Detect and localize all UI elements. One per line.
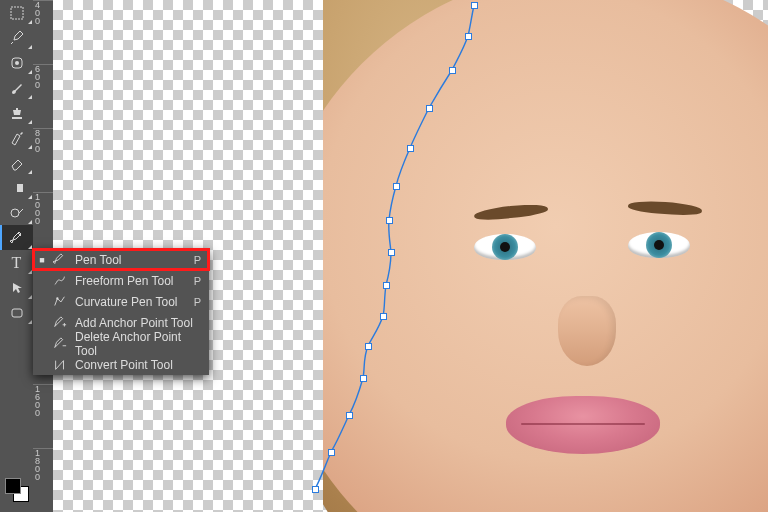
path-anchor-point[interactable] [312, 486, 319, 493]
svg-point-5 [11, 209, 19, 217]
flyout-item-label: Freeform Pen Tool [75, 274, 187, 288]
flyout-item-shortcut: P [194, 254, 201, 266]
path-anchor-point[interactable] [380, 313, 387, 320]
ruler-mark: 800 [33, 128, 53, 154]
svg-rect-0 [11, 7, 23, 19]
color-swatches[interactable] [5, 474, 29, 512]
path-anchor-point[interactable] [407, 145, 414, 152]
brush-tool[interactable] [0, 75, 33, 100]
image-subject [323, 0, 768, 512]
ruler-mark: 1800 [33, 448, 53, 474]
flyout-item-freeform[interactable]: Freeform Pen ToolP [33, 270, 209, 291]
svg-point-7 [56, 297, 58, 299]
pen-icon [52, 253, 68, 267]
path-anchor-point[interactable] [388, 249, 395, 256]
pen-tool-flyout: ■Pen ToolPFreeform Pen ToolPCurvature Pe… [33, 249, 209, 375]
path-anchor-point[interactable] [465, 33, 472, 40]
pen-minus-icon [52, 337, 68, 351]
path-anchor-point[interactable] [383, 282, 390, 289]
ruler-mark: 1600 [33, 384, 53, 410]
gradient-tool[interactable] [0, 175, 33, 200]
svg-point-2 [15, 61, 19, 65]
path-anchor-point[interactable] [471, 2, 478, 9]
flyout-item-shortcut: P [194, 296, 201, 308]
dodge-tool[interactable] [0, 200, 33, 225]
rectangle-shape-tool[interactable] [0, 300, 33, 325]
path-anchor-point[interactable] [393, 183, 400, 190]
path-selection-tool[interactable] [0, 275, 33, 300]
tools-panel: T [0, 0, 33, 512]
path-anchor-point[interactable] [346, 412, 353, 419]
flyout-item-convert[interactable]: Convert Point Tool [33, 354, 209, 375]
ruler-mark: 1000 [33, 192, 53, 218]
flyout-item-curvature[interactable]: Curvature Pen ToolP [33, 291, 209, 312]
flyout-item-label: Pen Tool [75, 253, 187, 267]
ruler-mark: 400 [33, 0, 53, 26]
path-anchor-point[interactable] [449, 67, 456, 74]
svg-rect-6 [12, 309, 22, 317]
type-tool[interactable]: T [0, 250, 33, 275]
path-anchor-point[interactable] [360, 375, 367, 382]
eyedropper-tool[interactable] [0, 25, 33, 50]
path-anchor-point[interactable] [386, 217, 393, 224]
clone-stamp-tool[interactable] [0, 100, 33, 125]
foreground-color-swatch[interactable] [5, 478, 21, 494]
curvature-icon [52, 295, 68, 309]
path-anchor-point[interactable] [328, 449, 335, 456]
path-anchor-point[interactable] [426, 105, 433, 112]
svg-rect-4 [11, 184, 17, 192]
flyout-item-label: Convert Point Tool [75, 358, 194, 372]
rectangular-marquee-tool[interactable] [0, 0, 33, 25]
eraser-tool[interactable] [0, 150, 33, 175]
ruler-mark: 600 [33, 64, 53, 90]
pen-tool[interactable] [0, 225, 33, 250]
freeform-icon [52, 274, 68, 288]
flyout-item-shortcut: P [194, 275, 201, 287]
convert-icon [52, 358, 68, 372]
history-brush-tool[interactable] [0, 125, 33, 150]
healing-brush-tool[interactable] [0, 50, 33, 75]
flyout-item-label: Add Anchor Point Tool [75, 316, 194, 330]
active-indicator: ■ [39, 255, 45, 265]
flyout-item-label: Delete Anchor Point Tool [75, 330, 194, 358]
flyout-item-pen-minus[interactable]: Delete Anchor Point Tool [33, 333, 209, 354]
flyout-item-pen[interactable]: ■Pen ToolP [33, 249, 209, 270]
path-anchor-point[interactable] [365, 343, 372, 350]
pen-plus-icon [52, 316, 68, 330]
flyout-item-label: Curvature Pen Tool [75, 295, 187, 309]
